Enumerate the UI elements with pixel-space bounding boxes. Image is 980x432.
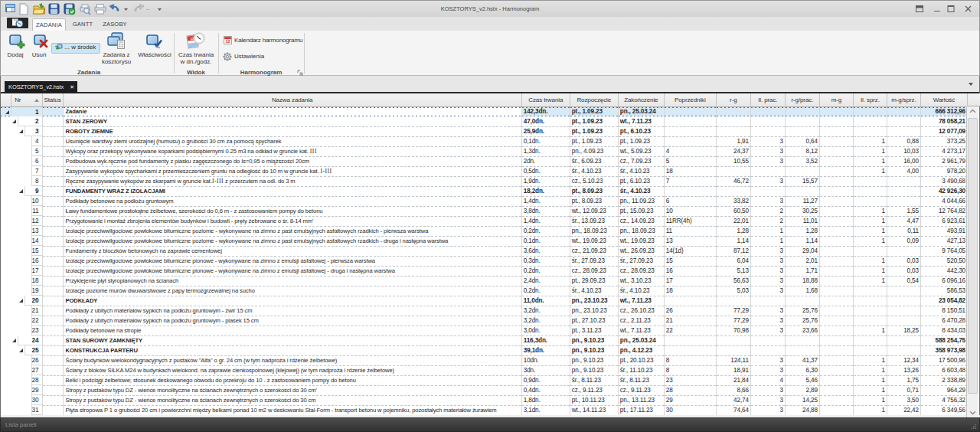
svg-text:12: 12 <box>225 39 230 44</box>
